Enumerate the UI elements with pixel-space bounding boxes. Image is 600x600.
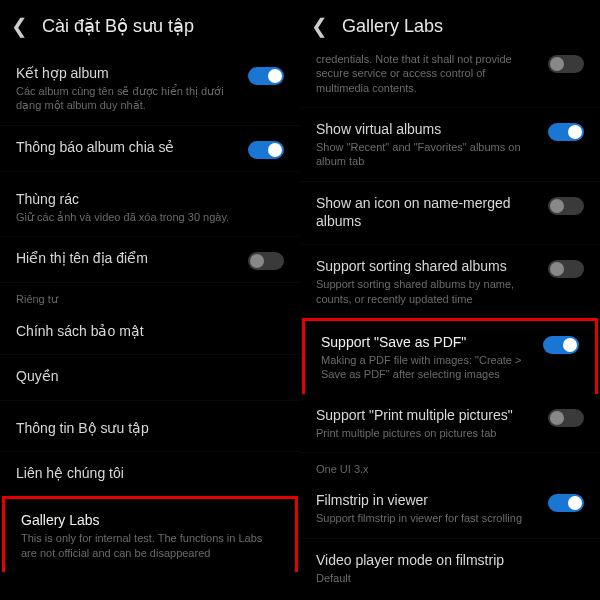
row-sub: Giữ các ảnh và video đã xóa trong 30 ngà… xyxy=(16,210,284,224)
toggle-cutoff[interactable] xyxy=(548,55,584,73)
row-sub: This is only for internal test. The func… xyxy=(21,531,279,560)
row-filmstrip[interactable]: Filmstrip in viewer Support filmstrip in… xyxy=(300,479,600,538)
row-permissions[interactable]: Quyền xyxy=(0,355,300,400)
row-sub: Support filmstrip in viewer for fast scr… xyxy=(316,511,538,525)
row-sub: Making a PDF file with images: "Create >… xyxy=(321,353,533,382)
toggle-print-multi[interactable] xyxy=(548,409,584,427)
row-privacy-policy[interactable]: Chính sách bảo mật xyxy=(0,310,300,355)
toggle-combine-album[interactable] xyxy=(248,67,284,85)
section-privacy: Riêng tư xyxy=(0,283,300,310)
row-contact[interactable]: Liên hệ chúng tôi xyxy=(0,452,300,496)
row-icon-merged[interactable]: Show an icon on name-merged albums xyxy=(300,182,600,245)
row-title: Show an icon on name-merged albums xyxy=(316,194,538,230)
row-print-multi[interactable]: Support "Print multiple pictures" Print … xyxy=(300,394,600,453)
row-title: Thùng rác xyxy=(16,190,284,208)
row-title: Quyền xyxy=(16,367,284,385)
row-title: Hiển thị tên địa điểm xyxy=(16,249,238,267)
row-title: Thông tin Bộ sưu tập xyxy=(16,419,284,437)
section-oneui: One UI 3.x xyxy=(300,453,600,479)
toggle-virtual-albums[interactable] xyxy=(548,123,584,141)
row-gallery-labs[interactable]: Gallery Labs This is only for internal t… xyxy=(2,496,298,572)
row-combine-album[interactable]: Kết hợp album Các album cùng tên sẽ được… xyxy=(0,52,300,126)
row-save-pdf[interactable]: Support "Save as PDF" Making a PDF file … xyxy=(302,318,598,394)
row-sub: Support sorting shared albums by name, c… xyxy=(316,277,538,306)
row-sub: Default xyxy=(316,571,584,585)
left-header: ❮ Cài đặt Bộ sưu tập xyxy=(0,0,300,52)
row-title: Support "Print multiple pictures" xyxy=(316,406,538,424)
row-title: Show virtual albums xyxy=(316,120,538,138)
row-trash[interactable]: Thùng rác Giữ các ảnh và video đã xóa tr… xyxy=(0,178,300,237)
row-title: Support sorting shared albums xyxy=(316,257,538,275)
row-location[interactable]: Hiển thị tên địa điểm xyxy=(0,237,300,283)
toggle-save-pdf[interactable] xyxy=(543,336,579,354)
toggle-location[interactable] xyxy=(248,252,284,270)
row-shared-notif[interactable]: Thông báo album chia sẻ xyxy=(0,126,300,172)
row-title: Kết hợp album xyxy=(16,64,238,82)
back-icon[interactable]: ❮ xyxy=(310,14,328,38)
row-title: Chính sách bảo mật xyxy=(16,322,284,340)
row-sub: credentials. Note that it shall not prov… xyxy=(316,52,538,95)
toggle-icon-merged[interactable] xyxy=(548,197,584,215)
right-panel: ❮ Gallery Labs credentials. Note that it… xyxy=(300,0,600,600)
row-sort-shared[interactable]: Support sorting shared albums Support so… xyxy=(300,245,600,318)
row-title: Video player mode on filmstrip xyxy=(316,551,584,569)
toggle-sort-shared[interactable] xyxy=(548,260,584,278)
row-sub: Show "Recent" and "Favorites" albums on … xyxy=(316,140,538,169)
row-title: Thông báo album chia sẻ xyxy=(16,138,238,156)
row-video-filmstrip[interactable]: Video player mode on filmstrip Default xyxy=(300,539,600,597)
row-title: Support "Save as PDF" xyxy=(321,333,533,351)
row-title: Liên hệ chúng tôi xyxy=(16,464,284,482)
row-cutoff[interactable]: credentials. Note that it shall not prov… xyxy=(300,52,600,108)
row-title: Gallery Labs xyxy=(21,511,279,529)
row-sub: Print multiple pictures on pictures tab xyxy=(316,426,538,440)
back-icon[interactable]: ❮ xyxy=(10,14,28,38)
row-title: Filmstrip in viewer xyxy=(316,491,538,509)
page-title: Gallery Labs xyxy=(342,16,443,37)
row-about[interactable]: Thông tin Bộ sưu tập xyxy=(0,407,300,452)
toggle-shared-notif[interactable] xyxy=(248,141,284,159)
toggle-filmstrip[interactable] xyxy=(548,494,584,512)
left-panel: ❮ Cài đặt Bộ sưu tập Kết hợp album Các a… xyxy=(0,0,300,600)
page-title: Cài đặt Bộ sưu tập xyxy=(42,15,194,37)
row-virtual-albums[interactable]: Show virtual albums Show "Recent" and "F… xyxy=(300,108,600,182)
row-sub: Các album cùng tên sẽ được hiển thị dưới… xyxy=(16,84,238,113)
right-header: ❮ Gallery Labs xyxy=(300,0,600,52)
